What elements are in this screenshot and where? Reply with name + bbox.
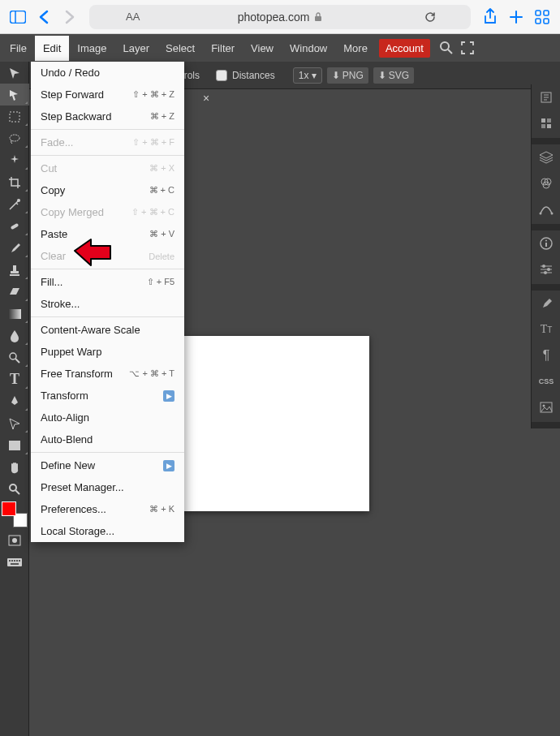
new-tab-icon[interactable] [505,6,528,28]
menu-item-label: Free Transform [41,368,113,380]
svg-rect-0 [11,11,26,23]
marquee-tool-icon[interactable] [0,105,29,127]
menu-item-step-forward[interactable]: Step Forward⇧ + ⌘ + Z [31,84,184,105]
zoom-select[interactable]: 1x ▾ [293,67,322,84]
menu-shortcut: ⌘ + X [149,163,174,174]
menu-item-undo-redo[interactable]: Undo / Redo [31,62,184,84]
svg-rect-34 [541,124,545,128]
menu-item-copy[interactable]: Copy⌘ + C [31,179,184,201]
menu-item-define-new[interactable]: Define New▶ [31,454,184,476]
wand-tool-icon[interactable] [0,149,29,171]
menu-item-local-storage[interactable]: Local Storage... [31,520,184,542]
menu-view[interactable]: View [243,36,282,61]
search-icon[interactable] [437,38,456,58]
menu-item-paste[interactable]: Paste⌘ + V [31,223,184,245]
menu-image[interactable]: Image [69,36,114,61]
menu-account[interactable]: Account [379,39,430,58]
swatches-panel-icon[interactable] [532,110,560,136]
quickmask-icon[interactable] [0,529,29,551]
tabs-icon[interactable] [531,6,554,28]
channels-panel-icon[interactable] [532,170,560,196]
css-panel-icon[interactable]: CSS [532,368,560,394]
menu-item-label: Paste [41,228,67,240]
menu-item-auto-blend[interactable]: Auto-Blend [31,428,184,450]
close-tab-icon[interactable]: × [196,89,216,107]
zoom-tool-icon[interactable] [0,478,29,500]
menu-item-stroke[interactable]: Stroke... [31,293,184,315]
crop-tool-icon[interactable] [0,171,29,193]
menu-item-label: Fade... [41,136,73,148]
menu-item-label: Local Storage... [41,525,114,537]
character-panel-icon[interactable]: TT [532,316,560,342]
paths-panel-icon[interactable] [532,196,560,222]
svg-rect-9 [10,112,19,122]
export-svg-button[interactable]: ⬇SVG [373,67,414,84]
layers-panel-icon[interactable] [532,144,560,170]
info-panel-icon[interactable] [532,230,560,256]
address-bar[interactable]: AA photopea.com [89,5,471,29]
svg-rect-27 [14,560,15,562]
menu-item-label: Transform [41,390,88,402]
image-panel-icon[interactable] [532,394,560,420]
brush-panel-icon[interactable] [532,291,560,316]
menu-item-preferences[interactable]: Preferences...⌘ + K [31,498,184,520]
export-png-button[interactable]: ⬇PNG [327,67,368,84]
lock-icon [314,12,322,22]
svg-point-7 [441,42,449,50]
url-text: photopea.com [238,11,310,24]
menu-select[interactable]: Select [157,36,203,61]
fullscreen-icon[interactable] [458,38,477,58]
menu-item-copy-merged: Copy Merged⇧ + ⌘ + C [31,201,184,223]
lasso-tool-icon[interactable] [0,127,29,149]
svg-rect-25 [9,560,11,562]
submenu-arrow-icon: ▶ [163,390,174,402]
blur-tool-icon[interactable] [0,325,29,346]
menu-item-auto-align[interactable]: Auto-Align [31,407,184,428]
shape-tool-icon[interactable] [0,434,29,456]
pen-tool-icon[interactable] [0,390,29,412]
history-panel-icon[interactable] [532,84,560,110]
dodge-tool-icon[interactable] [0,346,29,368]
refresh-icon[interactable] [424,11,437,24]
menu-layer[interactable]: Layer [115,36,158,61]
svg-rect-16 [8,309,21,319]
gradient-tool-icon[interactable] [0,303,29,325]
hand-tool-icon[interactable] [0,456,29,478]
menu-window[interactable]: Window [282,36,335,61]
brush-tool-icon[interactable] [0,237,29,259]
menu-edit[interactable]: Edit [35,36,69,61]
menu-item-step-backward[interactable]: Step Backward⌘ + Z [31,105,184,127]
menu-file[interactable]: File [2,36,35,61]
distances-checkbox[interactable] [216,70,227,81]
keyboard-icon[interactable] [0,551,29,573]
menu-item-puppet-warp[interactable]: Puppet Warp [31,341,184,363]
reader-icon[interactable]: AA [126,11,140,23]
move-tool-icon[interactable] [0,62,29,84]
eraser-tool-icon[interactable] [0,281,29,303]
eyedropper-tool-icon[interactable] [0,193,29,215]
heal-tool-icon[interactable] [0,215,29,237]
color-swatches[interactable] [0,500,28,529]
paragraph-panel-icon[interactable]: ¶ [532,342,560,368]
adjustments-panel-icon[interactable] [532,256,560,282]
menu-item-fill[interactable]: Fill...⇧ + F5 [31,271,184,293]
menu-item-preset-manager[interactable]: Preset Manager... [31,476,184,498]
menu-item-transform[interactable]: Transform▶ [31,385,184,407]
stamp-tool-icon[interactable] [0,259,29,281]
menu-shortcut: ⇧ + F5 [147,277,174,287]
menu-shortcut: ⌘ + V [149,229,174,239]
select-tool-icon[interactable] [0,84,29,105]
menu-item-content-aware-scale[interactable]: Content-Aware Scale [31,319,184,341]
menu-more[interactable]: More [335,36,376,61]
svg-point-49 [544,271,547,274]
menu-item-label: Copy Merged [41,206,104,218]
share-icon[interactable] [479,6,502,28]
sidebar-toggle-icon[interactable] [6,6,29,28]
path-select-tool-icon[interactable] [0,412,29,434]
menu-item-cut: Cut⌘ + X [31,157,184,179]
type-tool-icon[interactable]: T [0,368,29,390]
menu-shortcut: ⇧ + ⌘ + C [131,207,174,217]
menu-item-free-transform[interactable]: Free Transform⌥ + ⌘ + T [31,363,184,385]
menu-filter[interactable]: Filter [203,36,243,61]
back-icon[interactable] [32,6,55,28]
